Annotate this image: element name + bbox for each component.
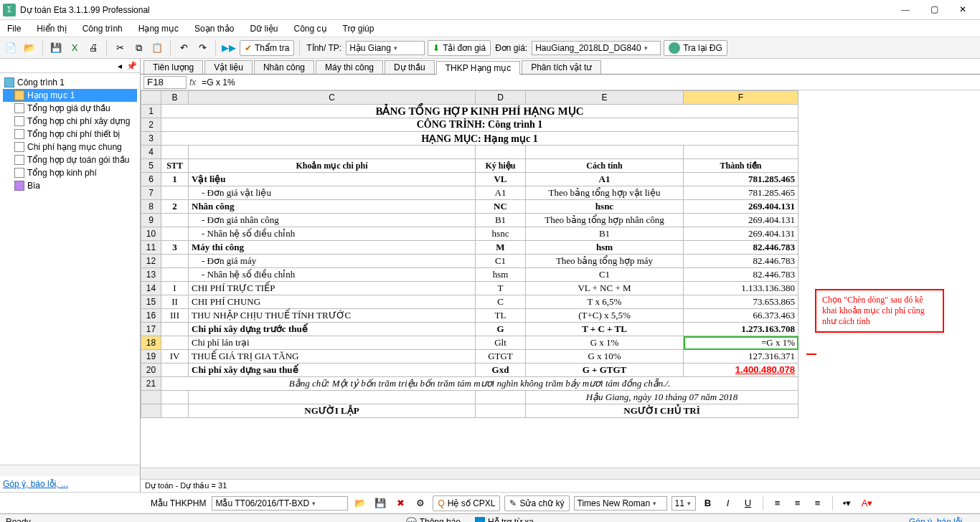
mau-dropdown[interactable]: Mẫu TT06/2016/TT-BXD bbox=[212, 496, 348, 511]
undo-icon[interactable]: ↶ bbox=[176, 40, 192, 56]
tab[interactable]: Máy thi công bbox=[316, 60, 383, 74]
save-icon[interactable]: 💾 bbox=[48, 40, 64, 56]
new-icon[interactable]: 📄 bbox=[3, 40, 19, 56]
tab[interactable]: Phân tích vật tư bbox=[522, 60, 601, 74]
align-center-icon[interactable]: ≡ bbox=[790, 495, 806, 511]
tab[interactable]: Vật liệu bbox=[204, 60, 253, 74]
run-icon[interactable]: ▶▶ bbox=[221, 40, 237, 56]
italic-icon[interactable]: I bbox=[720, 495, 736, 511]
table-row[interactable]: 61Vật liệuVLA1781.285.465 bbox=[141, 173, 798, 186]
copy-icon[interactable]: ⧉ bbox=[131, 40, 146, 56]
redo-icon[interactable]: ↷ bbox=[194, 40, 210, 56]
menu-Công cụ[interactable]: Công cụ bbox=[291, 22, 329, 35]
pin-icon[interactable]: 📌 bbox=[126, 61, 137, 71]
tab[interactable]: Tiên lượng bbox=[143, 60, 203, 74]
cut-icon[interactable]: ✂ bbox=[112, 40, 128, 56]
minimize-button[interactable]: — bbox=[891, 0, 920, 20]
font-dropdown[interactable]: Times New Roman bbox=[574, 496, 667, 511]
excel-icon[interactable]: X bbox=[67, 40, 83, 56]
open2-icon[interactable]: 📂 bbox=[352, 495, 368, 511]
menu-Hiển thị[interactable]: Hiển thị bbox=[34, 22, 69, 35]
col-header-B[interactable]: B bbox=[161, 91, 189, 105]
table-row[interactable]: 18Chi phí lán trạiGltG x 1%=G x 1% bbox=[141, 336, 798, 350]
bangchu: Bằng chữ: Một tỷ bốn trăm triệu bốn trăm… bbox=[161, 377, 798, 391]
table-row[interactable]: 14ICHI PHÍ TRỰC TIẾPTVL + NC + M1.133.13… bbox=[141, 282, 798, 295]
tree-item[interactable]: Chi phí hạng mục chung bbox=[3, 141, 137, 153]
tra-lai-button[interactable]: Tra lại ĐG bbox=[664, 40, 727, 56]
hotro-button[interactable]: ↔Hỗ trợ từ xa bbox=[475, 517, 534, 523]
download-icon: ⬇ bbox=[433, 43, 440, 53]
thongbao-button[interactable]: 💬Thông báo bbox=[406, 517, 461, 523]
menu-Trợ giúp[interactable]: Trợ giúp bbox=[340, 22, 377, 35]
sidebar-scrollbar[interactable] bbox=[0, 465, 140, 476]
doc-icon bbox=[14, 103, 24, 113]
maximize-button[interactable]: ▢ bbox=[920, 0, 948, 20]
table-row[interactable]: 7 - Đơn giá vật liệuA1Theo bảng tổng hợp… bbox=[141, 186, 798, 200]
tree-item[interactable]: Bìa bbox=[3, 179, 137, 192]
chevron-left-icon[interactable]: ◂ bbox=[118, 61, 122, 71]
dongia-dropdown[interactable]: HauGiang_2018LD_DG840 bbox=[532, 41, 661, 55]
table-row[interactable]: 16IIITHU NHẬP CHỊU THUẾ TÍNH TRƯỚCTL(T+C… bbox=[141, 309, 798, 323]
tree-item[interactable]: Tổng hợp kinh phí bbox=[3, 166, 137, 179]
menu-File[interactable]: File bbox=[4, 22, 24, 35]
tai-dongia-button[interactable]: ⬇ Tải đơn giá bbox=[428, 40, 491, 56]
col-header-F[interactable]: F bbox=[684, 91, 798, 105]
menu-bar: FileHiển thịCông trìnhHạng mụcSoạn thảoD… bbox=[0, 20, 980, 37]
status-ready: Ready bbox=[6, 517, 31, 523]
table-row[interactable]: 113Máy thi côngMhsm82.446.783 bbox=[141, 241, 798, 255]
open-icon[interactable]: 📂 bbox=[22, 40, 37, 56]
table-row[interactable]: 12 - Đơn giá máyC1Theo bảng tổng hợp máy… bbox=[141, 255, 798, 268]
spreadsheet[interactable]: B C D E F 1BẢNG TỔNG HỢP KINH PHÍ HẠNG M… bbox=[141, 90, 798, 418]
save2-icon[interactable]: 💾 bbox=[372, 495, 388, 511]
paste-icon[interactable]: 📋 bbox=[149, 40, 165, 56]
fontsize-dropdown[interactable]: 11 bbox=[672, 496, 696, 511]
gopy-link-right[interactable]: Góp ý, báo lỗi, ... bbox=[909, 517, 974, 523]
table-row[interactable]: 17Chi phí xây dựng trước thuếGT + C + TL… bbox=[141, 323, 798, 336]
tree-item[interactable]: Tổng hợp dự toán gói thầu bbox=[3, 153, 137, 166]
table-row[interactable]: 9 - Đơn giá nhân côngB1Theo bảng tổng hợ… bbox=[141, 214, 798, 227]
align-left-icon[interactable]: ≡ bbox=[770, 495, 786, 511]
tinh-dropdown[interactable]: Hậu Giang bbox=[346, 41, 425, 55]
table-row[interactable]: 19IVTHUẾ GIÁ TRỊ GIA TĂNGGTGTG x 10%127.… bbox=[141, 350, 798, 364]
cell-name-box[interactable] bbox=[143, 76, 187, 89]
menu-Soạn thảo[interactable]: Soạn thảo bbox=[192, 22, 237, 35]
align-right-icon[interactable]: ≡ bbox=[810, 495, 826, 511]
formula-input[interactable] bbox=[199, 76, 977, 89]
col-header-E[interactable]: E bbox=[526, 91, 684, 105]
tab[interactable]: Dự thầu bbox=[385, 60, 435, 74]
menu-Hạng mục[interactable]: Hạng mục bbox=[136, 22, 182, 35]
doc-icon bbox=[14, 168, 24, 178]
tree-item[interactable]: Tổng hợp chi phí xây dựng bbox=[3, 115, 137, 128]
gopy-link-left[interactable]: Góp ý, báo lỗi, ... bbox=[3, 479, 68, 489]
table-row[interactable]: 10 - Nhân hệ số điều chỉnhhsncB1269.404.… bbox=[141, 227, 798, 241]
close-button[interactable]: ✕ bbox=[948, 0, 977, 20]
print-icon[interactable]: 🖨 bbox=[85, 40, 101, 56]
col-header-C[interactable]: C bbox=[189, 91, 476, 105]
bold-icon[interactable]: B bbox=[700, 495, 716, 511]
delete-icon[interactable]: ✖ bbox=[392, 495, 408, 511]
font-color-icon[interactable]: A▾ bbox=[859, 495, 875, 511]
kiemtra-button[interactable]: ✔ Thẩm tra bbox=[240, 40, 294, 56]
horizontal-scrollbar[interactable] bbox=[141, 468, 980, 479]
tab[interactable]: THKP Hạng mục bbox=[436, 61, 520, 75]
tree-item[interactable]: Tổng hợp giá dự thầu bbox=[3, 102, 137, 115]
table-row[interactable]: 20Chi phí xây dựng sau thuếGxdG + GTGT1.… bbox=[141, 364, 798, 377]
title-bar: Σ Dự toán Eta 3.1.1.99 Professional — ▢ … bbox=[0, 0, 980, 20]
underline-icon[interactable]: U bbox=[740, 495, 756, 511]
callout-note: Chọn "Chèn dòng" sau đó kê khai khoản mụ… bbox=[815, 289, 944, 333]
sign-button[interactable]: ✎Sửa chữ ký bbox=[504, 495, 569, 511]
table-row[interactable]: 13 - Nhân hệ số điều chỉnhhsmC182.446.78… bbox=[141, 268, 798, 282]
table-row[interactable]: 82Nhân côngNChsnc269.404.131 bbox=[141, 200, 798, 214]
table-row[interactable]: 15IICHI PHÍ CHUNGCT x 6,5%73.653.865 bbox=[141, 295, 798, 309]
tree-item[interactable]: Hạng mục 1 bbox=[3, 89, 137, 102]
hscpxl-button[interactable]: QHệ số CPXL bbox=[433, 495, 500, 511]
gear-icon[interactable]: ⚙ bbox=[413, 495, 428, 511]
fill-color-icon[interactable]: ▪▾ bbox=[839, 495, 855, 511]
tree-item[interactable]: Tổng hợp chi phí thiết bị bbox=[3, 128, 137, 141]
tree-root[interactable]: Công trình 1 bbox=[3, 76, 137, 89]
menu-Công trình[interactable]: Công trình bbox=[80, 22, 126, 35]
col-header-D[interactable]: D bbox=[476, 91, 526, 105]
menu-Dữ liệu[interactable]: Dữ liệu bbox=[247, 22, 281, 35]
sheet-tabs: Tiên lượngVật liệuNhân côngMáy thi côngD… bbox=[141, 59, 980, 75]
tab[interactable]: Nhân công bbox=[254, 60, 314, 74]
